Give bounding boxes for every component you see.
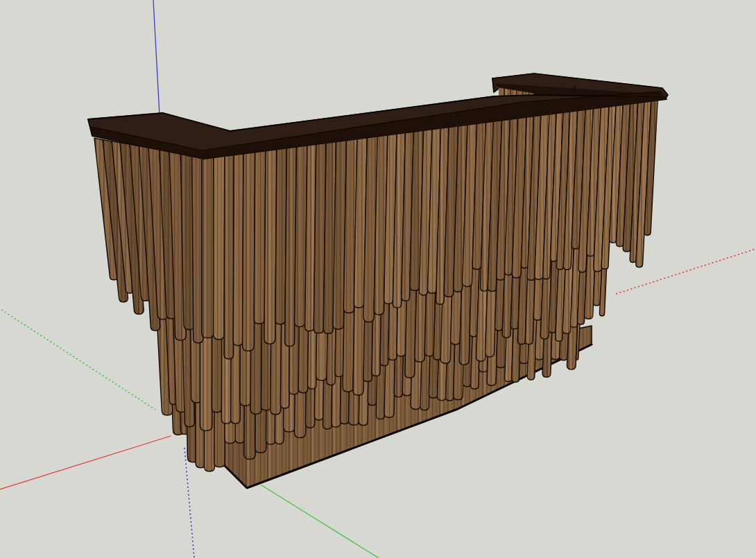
sketchup-viewport[interactable] [0,0,756,558]
model-render-canvas [0,0,756,558]
